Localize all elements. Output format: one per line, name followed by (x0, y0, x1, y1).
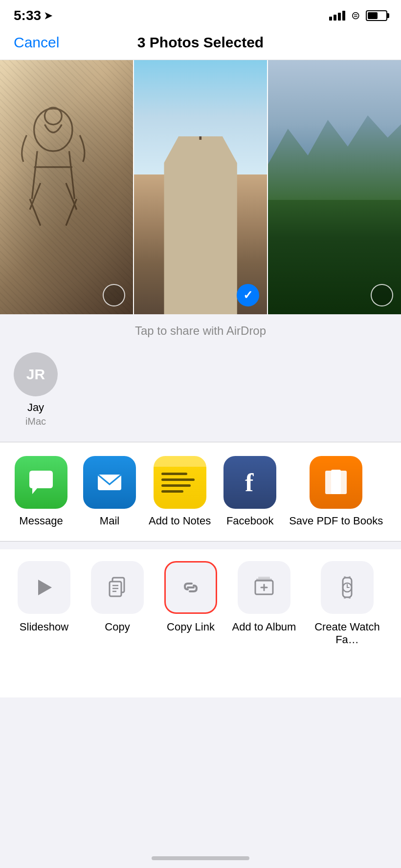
airdrop-devices: JR Jay iMac (14, 347, 387, 437)
actions-row: Slideshow Copy Copy Link (0, 549, 401, 658)
divider-2 (0, 541, 401, 542)
notes-label: Add to Notes (149, 515, 211, 527)
location-icon: ➤ (44, 10, 52, 22)
airdrop-device-type: iMac (25, 416, 46, 427)
svg-point-1 (45, 108, 62, 125)
church-building (164, 136, 237, 314)
facebook-label: Facebook (226, 515, 274, 527)
battery-icon (366, 10, 387, 21)
watch-face-icon (334, 575, 360, 600)
photos-row: ✓ (0, 60, 401, 314)
action-create-watch-face[interactable]: Create Watch Fa… (303, 561, 391, 647)
slideshow-icon (31, 575, 57, 600)
action-add-to-album[interactable]: Add to Album (230, 561, 298, 647)
photo-item-2[interactable]: ✓ (133, 60, 267, 314)
books-svg (320, 467, 352, 498)
airdrop-device-name: Jay (27, 401, 44, 414)
action-slideshow[interactable]: Slideshow (10, 561, 78, 647)
message-label: Message (19, 515, 63, 527)
create-watch-face-label: Create Watch Fa… (303, 621, 391, 647)
notes-line-4 (161, 490, 184, 493)
checkmark-icon: ✓ (243, 288, 253, 302)
battery-fill (368, 12, 378, 19)
copy-link-icon (178, 575, 203, 600)
svg-rect-25 (344, 597, 346, 599)
message-icon (15, 456, 67, 509)
signal-bar-2 (334, 15, 336, 21)
create-watch-face-icon-wrap (321, 561, 374, 614)
bottom-spacer (0, 658, 401, 697)
notes-lines (154, 466, 206, 499)
svg-point-0 (34, 108, 72, 151)
share-app-facebook[interactable]: f Facebook (221, 456, 279, 527)
add-to-album-icon (251, 575, 277, 600)
airdrop-device-jay[interactable]: JR Jay iMac (14, 352, 58, 427)
photo-item-1[interactable] (0, 60, 133, 314)
add-to-album-label: Add to Album (232, 621, 296, 633)
add-to-album-icon-wrap (238, 561, 290, 614)
svg-rect-18 (258, 577, 270, 579)
status-bar: 5:33 ➤ ⊜ (0, 0, 401, 29)
svg-rect-23 (344, 576, 346, 578)
svg-text:f: f (245, 469, 254, 497)
share-apps-row: Message Mail Add to Notes f (0, 442, 401, 541)
share-app-books[interactable]: Save PDF to Books (289, 456, 383, 527)
airdrop-avatar-jay: JR (14, 352, 58, 396)
airdrop-section: Tap to share with AirDrop JR Jay iMac (0, 314, 401, 442)
action-copy[interactable]: Copy (83, 561, 152, 647)
slideshow-icon-wrap (18, 561, 70, 614)
notes-line-3 (161, 484, 191, 487)
copy-icon (105, 575, 130, 600)
message-svg (25, 467, 57, 498)
photo-item-3[interactable] (267, 60, 401, 314)
signal-bar-4 (342, 11, 345, 21)
nav-bar: Cancel 3 Photos Selected (0, 29, 401, 60)
selection-circle-2[interactable]: ✓ (237, 284, 259, 306)
tattoo-image (0, 60, 107, 263)
share-app-mail[interactable]: Mail (80, 456, 139, 527)
copy-link-label: Copy Link (167, 621, 215, 633)
share-app-notes[interactable]: Add to Notes (149, 456, 211, 527)
mail-icon (83, 456, 136, 509)
share-app-message[interactable]: Message (12, 456, 70, 527)
selection-circle-1[interactable] (103, 284, 125, 306)
facebook-svg: f (234, 467, 266, 498)
signal-bar-3 (338, 13, 341, 21)
page-title: 3 Photos Selected (137, 34, 264, 51)
home-indicator (152, 856, 249, 860)
svg-marker-7 (38, 580, 52, 595)
svg-rect-26 (349, 597, 351, 599)
svg-rect-24 (349, 576, 351, 578)
cancel-button[interactable]: Cancel (14, 34, 59, 51)
signal-bars (329, 11, 345, 21)
mail-svg (94, 467, 125, 498)
copy-link-icon-wrap (164, 561, 217, 614)
notes-line-1 (161, 473, 187, 475)
svg-rect-17 (256, 579, 272, 581)
status-time: 5:33 ➤ (14, 8, 52, 23)
copy-icon-wrap (91, 561, 144, 614)
status-icons: ⊜ (329, 9, 387, 22)
books-label: Save PDF to Books (289, 515, 383, 527)
airdrop-hint: Tap to share with AirDrop (14, 324, 387, 338)
mail-label: Mail (100, 515, 119, 527)
notes-icon (154, 456, 206, 509)
svg-rect-6 (331, 470, 341, 494)
selection-circle-3[interactable] (371, 284, 393, 306)
time-display: 5:33 (14, 8, 41, 23)
books-icon (310, 456, 362, 509)
copy-label: Copy (105, 621, 130, 633)
notes-line-2 (161, 478, 195, 481)
notes-top-bar (154, 456, 206, 467)
facebook-icon: f (223, 456, 276, 509)
wifi-icon: ⊜ (351, 9, 360, 22)
signal-bar-1 (329, 17, 332, 21)
slideshow-label: Slideshow (20, 621, 68, 633)
action-copy-link[interactable]: Copy Link (156, 561, 225, 647)
